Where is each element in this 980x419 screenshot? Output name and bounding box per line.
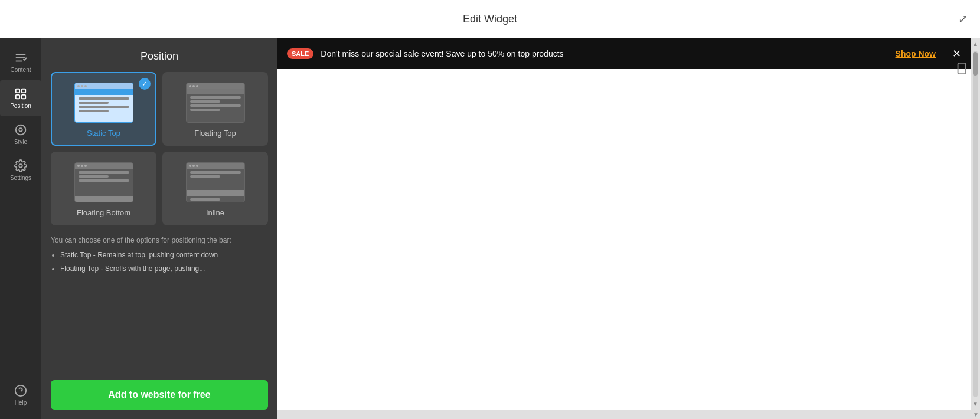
browser-titlebar	[75, 83, 133, 89]
main-layout: Content Position Style	[0, 38, 980, 419]
browser-content	[75, 169, 133, 202]
floating-top-thumb	[186, 83, 245, 123]
browser-titlebar	[187, 163, 244, 169]
add-to-website-button[interactable]: Add to website for free	[51, 380, 268, 410]
page-title: Edit Widget	[463, 13, 517, 25]
bullet-2: Floating Top - Scrolls with the page, pu…	[60, 263, 268, 274]
check-icon: ✓	[139, 78, 151, 90]
content-lines-2	[187, 197, 244, 202]
preview-area: SALE Don't miss our special sale event! …	[277, 38, 980, 419]
bullet-title-1: Static Top	[60, 251, 91, 259]
dot	[81, 85, 83, 87]
scrollbar[interactable]: ▲ ▼	[971, 38, 980, 410]
panel-header: Position	[41, 38, 277, 72]
scroll-down-arrow[interactable]: ▼	[971, 400, 979, 408]
expand-icon[interactable]: ⤢	[958, 12, 968, 26]
line	[190, 109, 221, 111]
bar-top-indicator	[75, 89, 133, 95]
panel-description: You can choose one of the options for po…	[41, 235, 277, 287]
sale-badge: SALE	[287, 48, 313, 59]
sidebar-item-content[interactable]: Content	[0, 44, 41, 80]
sidebar-item-help[interactable]: Help	[0, 377, 41, 413]
dot	[192, 165, 195, 167]
preview-content	[277, 69, 971, 410]
bar-bottom-indicator	[75, 196, 133, 202]
line	[79, 110, 109, 112]
dot	[196, 85, 198, 87]
svg-rect-4	[22, 89, 25, 93]
static-top-thumb	[74, 83, 133, 123]
bar-close-icon[interactable]: ✕	[952, 47, 961, 60]
scroll-up-arrow[interactable]: ▲	[971, 40, 979, 48]
browser-titlebar	[75, 163, 133, 169]
option-static-top[interactable]: ✓	[51, 72, 156, 146]
line	[190, 100, 221, 103]
line	[190, 198, 221, 201]
content-lines	[75, 169, 133, 184]
browser-content	[187, 89, 244, 122]
line	[190, 171, 241, 174]
line	[79, 97, 129, 100]
dot	[84, 85, 87, 87]
line	[79, 102, 109, 104]
floating-bar	[187, 89, 244, 94]
line	[190, 104, 241, 107]
line	[79, 175, 109, 178]
bullet-1: Static Top - Remains at top, pushing con…	[60, 250, 268, 261]
svg-rect-5	[16, 95, 19, 99]
content-lines	[187, 169, 244, 180]
sidebar-item-style[interactable]: Style	[0, 116, 41, 152]
sidebar-label-settings: Settings	[10, 175, 31, 181]
panel-title: Position	[53, 50, 266, 63]
bottom-scrollbar[interactable]: ▼	[277, 410, 980, 419]
browser-content	[75, 89, 133, 122]
option-label-static-top: Static Top	[87, 129, 120, 138]
preview-inner: SALE Don't miss our special sale event! …	[277, 38, 971, 410]
dot	[196, 165, 198, 167]
description-list: Static Top - Remains at top, pushing con…	[51, 250, 268, 274]
shop-now-link[interactable]: Shop Now	[896, 49, 936, 58]
dot	[189, 165, 191, 167]
dot	[189, 85, 191, 87]
line	[79, 171, 129, 174]
dot	[192, 85, 195, 87]
description-intro: You can choose one of the options for po…	[51, 235, 268, 246]
line	[190, 96, 241, 99]
mobile-device-icon[interactable]	[955, 62, 968, 78]
browser-content	[187, 169, 244, 202]
browser-titlebar	[187, 83, 244, 89]
scroll-thumb[interactable]	[973, 52, 978, 76]
bullet-title-2: Floating Top	[60, 264, 99, 273]
floating-bottom-thumb	[74, 162, 133, 202]
line	[190, 175, 221, 178]
option-floating-bottom[interactable]: Floating Bottom	[51, 152, 156, 225]
bullet-detail-2: - Scrolls with the page, pushing...	[99, 264, 205, 273]
line	[79, 179, 129, 182]
sidebar-item-settings[interactable]: Settings	[0, 152, 41, 188]
option-label-floating-bottom: Floating Bottom	[77, 208, 130, 217]
panel-footer: Add to website for free	[41, 373, 277, 419]
line	[79, 106, 129, 108]
sidebar-item-position[interactable]: Position	[0, 80, 41, 116]
svg-rect-6	[22, 95, 25, 99]
content-lines	[75, 95, 133, 114]
option-label-floating-top: Floating Top	[194, 129, 236, 138]
dot	[81, 165, 83, 167]
top-bar: Edit Widget ⤢	[0, 0, 980, 38]
icon-sidebar: Content Position Style	[0, 38, 41, 419]
sidebar-label-content: Content	[10, 67, 31, 73]
dot	[77, 165, 80, 167]
content-lines	[187, 94, 244, 113]
dot	[84, 165, 87, 167]
svg-rect-3	[16, 89, 19, 93]
announcement-bar: SALE Don't miss our special sale event! …	[277, 38, 971, 69]
option-label-inline: Inline	[206, 208, 224, 217]
option-inline[interactable]: Inline	[162, 152, 268, 225]
svg-point-9	[19, 164, 22, 168]
option-floating-top[interactable]: Floating Top	[162, 72, 268, 146]
bullet-detail-1: - Remains at top, pushing content down	[91, 251, 218, 259]
position-panel: Position ✓	[41, 38, 277, 419]
scroll-track	[973, 51, 978, 397]
sidebar-label-help: Help	[15, 400, 27, 406]
bar-text: Don't miss our special sale event! Save …	[321, 49, 888, 58]
